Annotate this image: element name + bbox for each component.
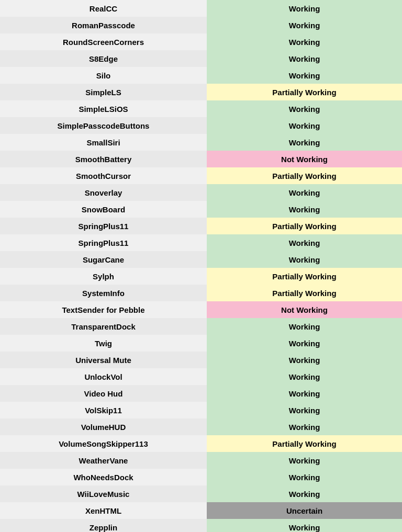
- tweak-status: Partially Working: [207, 84, 402, 100]
- table-row: SiloWorking: [0, 67, 402, 84]
- tweak-status: Partially Working: [207, 268, 402, 285]
- tweak-status: Working: [207, 352, 402, 368]
- table-row: WiiLoveMusicWorking: [0, 485, 402, 502]
- tweak-status: Working: [207, 33, 402, 50]
- table-row: SpringPlus11Partially Working: [0, 218, 402, 234]
- table-row: SugarCaneWorking: [0, 251, 402, 268]
- table-row: TransparentDockWorking: [0, 318, 402, 335]
- table-row: SimpleLSPartially Working: [0, 84, 402, 100]
- table-row: SnoverlayWorking: [0, 184, 402, 201]
- tweak-name: SpringPlus11: [0, 234, 207, 251]
- tweak-name: Sylph: [0, 268, 207, 285]
- table-row: SmoothBatteryNot Working: [0, 151, 402, 167]
- table-row: VolSkip11Working: [0, 402, 402, 418]
- table-row: SylphPartially Working: [0, 268, 402, 285]
- tweak-status: Not Working: [207, 301, 402, 318]
- tweak-status: Working: [207, 117, 402, 134]
- tweak-status: Not Working: [207, 151, 402, 167]
- table-row: WhoNeedsDockWorking: [0, 469, 402, 485]
- tweak-status: Working: [207, 67, 402, 84]
- tweak-status: Working: [207, 184, 402, 201]
- tweak-name: SmallSiri: [0, 134, 207, 151]
- table-row: TextSender for PebbleNot Working: [0, 301, 402, 318]
- table-row: VolumeHUDWorking: [0, 418, 402, 435]
- table-row: WeatherVaneWorking: [0, 452, 402, 469]
- tweak-status: Working: [207, 368, 402, 385]
- tweak-name: TransparentDock: [0, 318, 207, 335]
- compatibility-table: RealCCWorkingRomanPasscodeWorkingRoundSc…: [0, 0, 402, 532]
- tweak-name: RealCC: [0, 0, 207, 17]
- tweak-status: Working: [207, 251, 402, 268]
- tweak-name: SugarCane: [0, 251, 207, 268]
- tweak-name: XenHTML: [0, 502, 207, 519]
- tweak-name: Universal Mute: [0, 352, 207, 368]
- tweak-status: Working: [207, 452, 402, 469]
- tweak-status: Working: [207, 50, 402, 67]
- table-row: SimpleLSiOSWorking: [0, 100, 402, 117]
- tweak-name: SystemInfo: [0, 285, 207, 301]
- tweak-name: RoundScreenCorners: [0, 33, 207, 50]
- tweak-status: Working: [207, 234, 402, 251]
- tweak-status: Working: [207, 519, 402, 532]
- table-row: RoundScreenCornersWorking: [0, 33, 402, 50]
- tweak-name: Video Hud: [0, 385, 207, 402]
- table-row: SnowBoardWorking: [0, 201, 402, 218]
- tweak-status: Partially Working: [207, 285, 402, 301]
- tweak-status: Working: [207, 485, 402, 502]
- tweak-name: WeatherVane: [0, 452, 207, 469]
- tweak-name: VolumeHUD: [0, 418, 207, 435]
- tweak-name: S8Edge: [0, 50, 207, 67]
- tweak-name: Snoverlay: [0, 184, 207, 201]
- tweak-name: SimpleLSiOS: [0, 100, 207, 117]
- tweak-status: Working: [207, 385, 402, 402]
- tweak-status: Working: [207, 0, 402, 17]
- tweak-name: RomanPasscode: [0, 17, 207, 33]
- table-row: SpringPlus11Working: [0, 234, 402, 251]
- tweak-status: Working: [207, 100, 402, 117]
- table-row: SystemInfoPartially Working: [0, 285, 402, 301]
- tweak-name: WiiLoveMusic: [0, 485, 207, 502]
- tweak-name: Zepplin: [0, 519, 207, 532]
- tweak-name: SnowBoard: [0, 201, 207, 218]
- tweak-name: SimplePasscodeButtons: [0, 117, 207, 134]
- tweak-status: Working: [207, 469, 402, 485]
- tweak-status: Working: [207, 402, 402, 418]
- tweak-name: SpringPlus11: [0, 218, 207, 234]
- table-row: RealCCWorking: [0, 0, 402, 17]
- tweak-name: SmoothBattery: [0, 151, 207, 167]
- tweak-name: Silo: [0, 67, 207, 84]
- tweak-status: Working: [207, 418, 402, 435]
- tweak-status: Partially Working: [207, 167, 402, 184]
- tweak-name: UnlockVol: [0, 368, 207, 385]
- table-row: SmallSiriWorking: [0, 134, 402, 151]
- table-row: Universal MuteWorking: [0, 352, 402, 368]
- tweak-name: TextSender for Pebble: [0, 301, 207, 318]
- tweak-name: VolumeSongSkipper113: [0, 435, 207, 452]
- table-row: SmoothCursorPartially Working: [0, 167, 402, 184]
- tweak-name: SimpleLS: [0, 84, 207, 100]
- table-row: ZepplinWorking: [0, 519, 402, 532]
- table-row: VolumeSongSkipper113Partially Working: [0, 435, 402, 452]
- table-row: UnlockVolWorking: [0, 368, 402, 385]
- tweak-status: Working: [207, 201, 402, 218]
- tweak-status: Partially Working: [207, 435, 402, 452]
- table-row: Video HudWorking: [0, 385, 402, 402]
- table-row: XenHTMLUncertain: [0, 502, 402, 519]
- tweak-status: Uncertain: [207, 502, 402, 519]
- tweak-status: Working: [207, 134, 402, 151]
- tweak-name: WhoNeedsDock: [0, 469, 207, 485]
- tweak-name: VolSkip11: [0, 402, 207, 418]
- table-row: SimplePasscodeButtonsWorking: [0, 117, 402, 134]
- tweak-status: Partially Working: [207, 218, 402, 234]
- tweak-status: Working: [207, 318, 402, 335]
- tweak-status: Working: [207, 335, 402, 352]
- table-row: RomanPasscodeWorking: [0, 17, 402, 33]
- tweak-name: SmoothCursor: [0, 167, 207, 184]
- tweak-name: Twig: [0, 335, 207, 352]
- tweak-status: Working: [207, 17, 402, 33]
- table-row: TwigWorking: [0, 335, 402, 352]
- table-row: S8EdgeWorking: [0, 50, 402, 67]
